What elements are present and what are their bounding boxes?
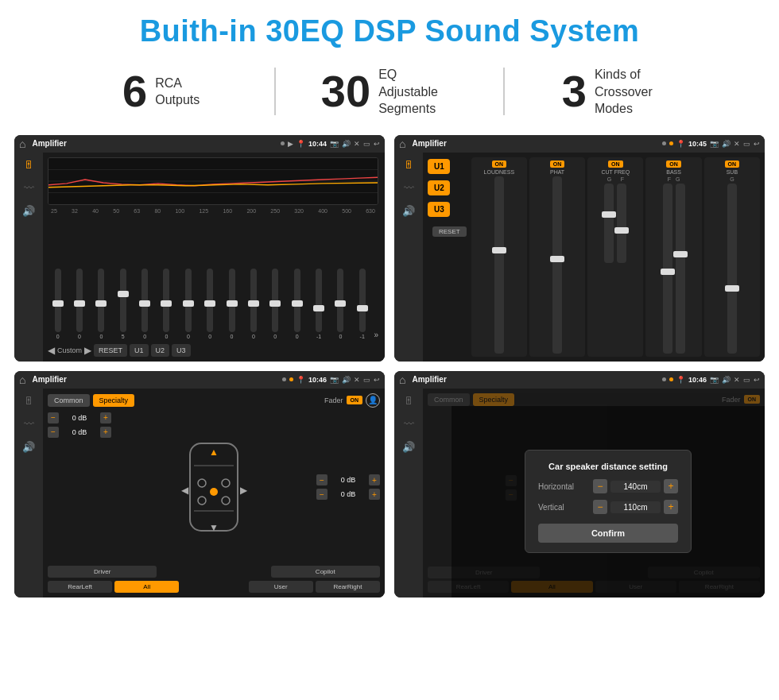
cutfreq-slider-f[interactable] (617, 184, 626, 263)
fader-label: Fader (324, 396, 343, 404)
fader-sidebar-eq-icon[interactable]: 🎚 (24, 395, 34, 407)
fader-time: 10:46 (308, 376, 327, 384)
bass-slider-g[interactable] (676, 184, 685, 354)
dialog-camera-icon: 📷 (710, 376, 719, 384)
dialog-vertical-minus[interactable]: − (593, 500, 607, 514)
dialog-status-dot1 (662, 377, 666, 381)
fader-status-dot2 (289, 377, 293, 381)
svg-text:▲: ▲ (209, 447, 219, 458)
loudness-toggle[interactable]: ON (492, 160, 507, 168)
cutfreq-toggle[interactable]: ON (608, 160, 623, 168)
crossover-sidebar-speaker-icon[interactable]: 🔊 (402, 205, 415, 217)
eq-freq-40: 40 (92, 208, 99, 214)
eq-sidebar-speaker-icon[interactable]: 🔊 (22, 205, 35, 217)
crossover-status-dot1 (662, 141, 666, 145)
fader-all-btn[interactable]: All (114, 581, 179, 593)
eq-home-icon[interactable]: ⌂ (19, 137, 25, 150)
fader-plus-1[interactable]: + (100, 412, 111, 423)
svg-point-8 (222, 479, 230, 487)
svg-text:◀: ◀ (181, 485, 189, 496)
fader-minus-4[interactable]: − (316, 489, 327, 500)
fader-main: − 0 dB + − 0 dB + (48, 412, 380, 563)
fader-specialty-tab[interactable]: Specialty (93, 394, 135, 407)
loudness-slider[interactable] (494, 176, 504, 354)
crossover-screen-body: 🎚 〰 🔊 U1 U2 U3 RESET ON LOUDNESS (394, 153, 765, 362)
crossover-sidebar-wave-icon[interactable]: 〰 (404, 182, 414, 194)
fader-title: Amplifier (32, 375, 279, 384)
eq-slider-1: 0 (48, 269, 68, 339)
dialog-sidebar-eq-icon[interactable]: 🎚 (404, 395, 414, 407)
phat-slider[interactable] (552, 176, 562, 354)
crossover-title: Amplifier (412, 139, 659, 148)
crossover-time: 10:45 (688, 140, 707, 148)
dialog-left-sidebar: 🎚 〰 🔊 (394, 389, 423, 598)
dialog-sidebar-speaker-icon[interactable]: 🔊 (402, 441, 415, 453)
eq-sidebar-wave-icon[interactable]: 〰 (24, 182, 34, 194)
dialog-vertical-value: 110cm (610, 501, 661, 513)
eq-u3-btn[interactable]: U3 (172, 344, 191, 357)
crossover-sidebar-eq-icon[interactable]: 🎚 (404, 159, 414, 171)
fader-minus-3[interactable]: − (316, 474, 327, 485)
fader-minus-1[interactable]: − (48, 412, 59, 423)
crossover-reset-btn[interactable]: RESET (432, 226, 467, 237)
fader-plus-3[interactable]: + (369, 474, 380, 485)
fader-plus-2[interactable]: + (100, 427, 111, 438)
dialog-vertical-plus[interactable]: + (664, 500, 678, 514)
fader-toggle[interactable]: ON (347, 396, 363, 404)
crossover-panel-loudness: ON LOUDNESS (471, 157, 527, 357)
fader-copilot-btn[interactable]: Copilot (271, 566, 380, 578)
stat-crossover-number: 3 (562, 69, 587, 114)
fader-minus-2[interactable]: − (48, 427, 59, 438)
crossover-u3-btn[interactable]: U3 (428, 202, 450, 217)
eq-freq-630: 630 (366, 208, 375, 214)
sub-toggle[interactable]: ON (725, 160, 740, 168)
eq-reset-btn[interactable]: RESET (94, 344, 127, 357)
crossover-u-buttons: U1 U2 U3 RESET (423, 153, 471, 362)
fader-driver-btn[interactable]: Driver (48, 566, 157, 578)
crossover-camera-icon: 📷 (710, 140, 719, 148)
fader-user-btn[interactable]: User (249, 581, 313, 593)
eq-expand-icon[interactable]: » (374, 331, 378, 339)
bass-slider-f[interactable] (663, 184, 672, 354)
fader-home-icon[interactable]: ⌂ (19, 373, 25, 386)
eq-title: Amplifier (32, 139, 277, 148)
fader-sidebar-speaker-icon[interactable]: 🔊 (22, 441, 35, 453)
cutfreq-slider-g[interactable] (604, 184, 614, 263)
dialog-horizontal-plus[interactable]: + (664, 479, 678, 493)
eq-sidebar-eq-icon[interactable]: 🎚 (24, 159, 34, 171)
eq-freq-160: 160 (223, 208, 232, 214)
bass-toggle[interactable]: ON (666, 160, 681, 168)
fader-bottom-buttons-2: RearLeft All User RearRight (48, 581, 380, 593)
crossover-u2-btn[interactable]: U2 (428, 180, 450, 195)
crossover-status-bar: ⌂ Amplifier 📍 10:45 📷 🔊 ✕ ▭ ↩ (394, 135, 765, 153)
dialog-home-icon[interactable]: ⌂ (399, 373, 405, 386)
crossover-home-icon[interactable]: ⌂ (399, 137, 405, 150)
eq-u2-btn[interactable]: U2 (151, 344, 170, 357)
eq-prev-btn[interactable]: ◀ (48, 345, 55, 356)
eq-location-icon: 📍 (296, 140, 305, 148)
sub-slider[interactable] (727, 184, 737, 354)
dialog-title: Amplifier (412, 375, 659, 384)
eq-slider-11: 0 (265, 269, 285, 339)
fader-sidebar-wave-icon[interactable]: 〰 (24, 418, 34, 430)
phat-toggle[interactable]: ON (550, 160, 565, 168)
eq-next-btn[interactable]: ▶ (84, 345, 91, 356)
fader-rearleft-btn[interactable]: RearLeft (48, 581, 112, 593)
crossover-u1-btn[interactable]: U1 (428, 159, 450, 174)
fader-plus-4[interactable]: + (369, 489, 380, 500)
crossover-panel-sub: ON SUB G (704, 157, 760, 357)
fader-x-icon: ✕ (354, 376, 360, 384)
dialog-confirm-button[interactable]: Confirm (538, 524, 678, 543)
dialog-window-icon: ▭ (743, 376, 750, 384)
fader-common-tab[interactable]: Common (48, 394, 90, 407)
dialog-horizontal-minus[interactable]: − (593, 479, 607, 493)
eq-u1-btn[interactable]: U1 (130, 344, 149, 357)
dialog-status-dot2 (669, 377, 673, 381)
eq-freq-100: 100 (175, 208, 184, 214)
fader-profile-icon[interactable]: 👤 (366, 393, 380, 408)
fader-rearright-btn[interactable]: RearRight (316, 581, 380, 593)
fader-control-row-1: − 0 dB + (48, 412, 111, 423)
eq-play-icon: ▶ (288, 140, 293, 148)
eq-freq-labels: 25 32 40 50 63 80 100 125 160 200 250 32… (48, 208, 378, 214)
dialog-sidebar-wave-icon[interactable]: 〰 (404, 418, 414, 430)
